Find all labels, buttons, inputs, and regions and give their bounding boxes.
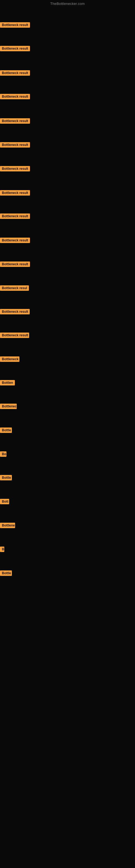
bottleneck-badge[interactable]: B — [0, 547, 4, 552]
bottleneck-badge-row: Bottle — [0, 475, 12, 482]
bottleneck-badge[interactable]: Bottle — [0, 570, 12, 576]
bottleneck-badge[interactable]: Bott — [0, 499, 9, 504]
bottleneck-badge[interactable]: Bottleneck result — [0, 214, 30, 219]
bottleneck-badge[interactable]: Bottle — [0, 475, 12, 480]
bottleneck-badge[interactable]: Bottleneck result — [0, 238, 30, 243]
bottleneck-badge[interactable]: Bottlen — [0, 380, 15, 385]
bottleneck-badge-row: Bo — [0, 452, 6, 458]
bottleneck-badge[interactable]: Bo — [0, 452, 6, 457]
bottleneck-badge-row: Bottle — [0, 570, 12, 577]
site-title: TheBottlenecker.com — [0, 0, 135, 7]
bottleneck-badge[interactable]: Bottleneck result — [0, 166, 30, 172]
bottleneck-badge-row: Bottleneck result — [0, 70, 30, 77]
bottleneck-badge-row: Bottleneck r — [0, 356, 19, 363]
bottleneck-badge-row: Bottleneck result — [0, 166, 30, 173]
bottleneck-badge-row: Bottleneck result — [0, 142, 30, 149]
bottleneck-badge-row: Bottleneck result — [0, 333, 29, 339]
bottleneck-badge[interactable]: Bottleneck result — [0, 142, 30, 148]
bottleneck-badge-row: Bottle — [0, 428, 12, 434]
bottleneck-badge[interactable]: Bottleneck result — [0, 70, 30, 76]
bottleneck-badge[interactable]: Bottleneck result — [0, 190, 30, 195]
bottleneck-badge-row: Bottleneck result — [0, 214, 30, 220]
bottleneck-badge-row: Bott — [0, 499, 9, 505]
bottleneck-badge[interactable]: Bottleneck — [0, 404, 17, 409]
bottleneck-badge-row: Bottleneck result — [0, 309, 30, 315]
bottleneck-badge-row: Bottleneck result — [0, 46, 30, 52]
bottleneck-badge[interactable]: Bottleneck result — [0, 118, 30, 124]
bottleneck-badge[interactable]: Bottlene — [0, 523, 15, 528]
bottleneck-badge-row: Bottleneck result — [0, 118, 30, 125]
bottleneck-badge-row: Bottleneck result — [0, 94, 30, 100]
bottleneck-badge[interactable]: Bottleneck resul — [0, 285, 29, 291]
bottleneck-badge-row: Bottleneck result — [0, 238, 30, 244]
bottleneck-badge-row: Bottleneck — [0, 404, 17, 410]
bottleneck-badge[interactable]: Bottleneck result — [0, 22, 30, 28]
bottleneck-badge-row: Bottleneck resul — [0, 285, 29, 292]
bottleneck-badge[interactable]: Bottle — [0, 428, 12, 433]
bottleneck-badge-row: Bottlen — [0, 380, 15, 386]
bottleneck-badge[interactable]: Bottleneck r — [0, 356, 19, 362]
bottleneck-badge[interactable]: Bottleneck result — [0, 309, 30, 314]
bottleneck-badge-row: B — [0, 547, 4, 553]
bottleneck-badge[interactable]: Bottleneck result — [0, 94, 30, 99]
bottleneck-badge-row: Bottlene — [0, 523, 15, 529]
bottleneck-badge[interactable]: Bottleneck result — [0, 333, 29, 338]
bottleneck-badge-row: Bottleneck result — [0, 22, 30, 29]
bottleneck-badge[interactable]: Bottleneck result — [0, 46, 30, 51]
bottleneck-badge-row: Bottleneck result — [0, 190, 30, 197]
bottleneck-badge[interactable]: Bottleneck result — [0, 261, 30, 267]
bottleneck-badge-row: Bottleneck result — [0, 261, 30, 268]
